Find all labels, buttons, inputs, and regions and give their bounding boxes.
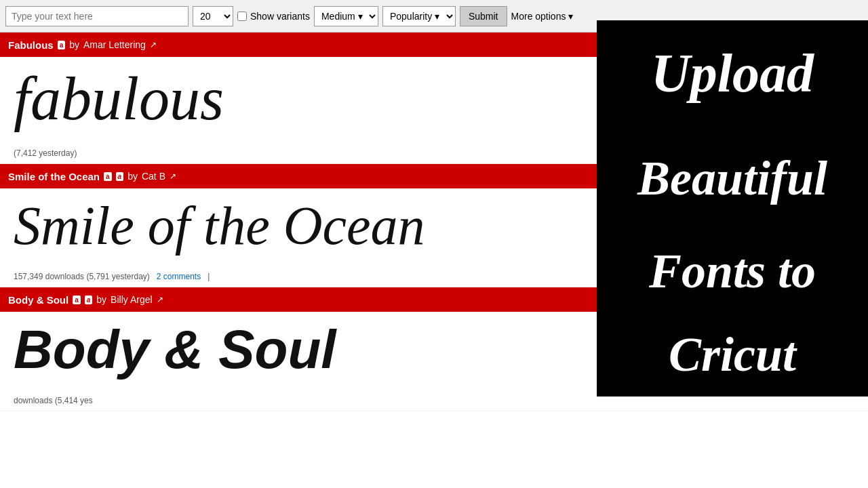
font-header-left-body-soul: Body & Soul a a by Billy Argel ↗ [8,294,163,306]
font-author-body-soul[interactable]: Billy Argel [111,294,152,305]
font-ext-link-fabulous[interactable]: ↗ [150,40,157,49]
show-variants-checkbox[interactable] [237,12,247,21]
font-author-fabulous[interactable]: Amar Lettering [83,39,146,50]
font-author-smile[interactable]: Cat B [142,171,165,182]
overlay-fonts-to-text: Fonts to [649,247,816,296]
overlay-upload[interactable]: Upload [597,20,868,125]
font-char-icon2-smile[interactable]: a [116,172,124,181]
font-char-icon2-body-soul[interactable]: a [85,296,93,304]
font-by-body-soul: by [96,294,106,305]
font-char-icon-smile[interactable]: a [104,172,112,181]
overlay-cricut[interactable]: Cricut [597,312,868,396]
text-input[interactable] [5,6,189,26]
font-downloads-fabulous: (7,412 yesterday) [14,148,77,158]
popularity-select[interactable]: Popularity ▾ [382,6,456,26]
overlay-fonts-to[interactable]: Fonts to [597,230,868,312]
font-ext-link-body-soul[interactable]: ↗ [157,295,163,304]
font-header-left-smile: Smile of the Ocean a a by Cat B ↗ [8,171,176,182]
font-preview-text-smile: Smile of the Ocean [14,195,425,257]
overlay-container: Upload Beautiful Fonts to Cricut [597,20,868,396]
show-variants-text: Show variants [250,11,310,22]
more-options-button[interactable]: More options ▾ [511,11,574,22]
overlay-upload-text: Upload [651,46,814,100]
font-meta-body-soul: downloads (5,414 yes [0,394,868,411]
size-select[interactable]: 20 [193,6,233,26]
font-name-fabulous[interactable]: Fabulous [8,39,54,51]
font-char-icon-body-soul[interactable]: a [73,296,81,304]
font-by-smile: by [127,171,138,182]
font-char-icon-fabulous[interactable]: a [58,41,66,49]
submit-button[interactable]: Submit [460,6,507,26]
font-header-left-fabulous: Fabulous a by Amar Lettering ↗ [8,39,157,51]
font-downloads-smile: 157,349 downloads (5,791 yesterday) [14,272,150,281]
font-name-smile[interactable]: Smile of the Ocean [8,171,100,182]
overlay-beautiful-text: Beautiful [637,154,827,203]
font-name-body-soul[interactable]: Body & Soul [8,294,68,306]
font-more-smile: | [208,272,210,281]
more-options-label: More options [511,11,566,22]
font-downloads-body-soul: downloads (5,414 yes [14,396,93,405]
font-ext-link-smile[interactable]: ↗ [170,171,176,181]
font-comments-smile[interactable]: 2 comments [157,272,201,281]
medium-select[interactable]: Medium ▾ [314,6,378,26]
overlay-cricut-text: Cricut [669,330,796,379]
font-by-fabulous: by [69,39,79,50]
font-preview-text-fabulous: fabulous [14,64,224,134]
font-preview-text-body-soul: Body & Soul [14,319,336,381]
overlay-beautiful[interactable]: Beautiful [597,125,868,230]
more-options-chevron-icon: ▾ [568,11,573,22]
show-variants-label[interactable]: Show variants [237,11,310,22]
